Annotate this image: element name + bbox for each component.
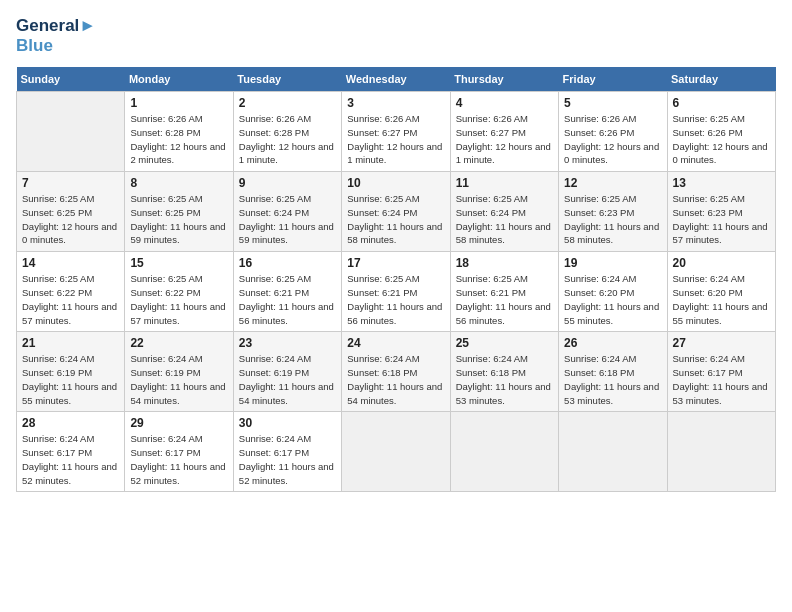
- day-info: Sunrise: 6:24 AMSunset: 6:20 PMDaylight:…: [673, 272, 770, 327]
- calendar-cell: [342, 412, 450, 492]
- calendar-cell: 29Sunrise: 6:24 AMSunset: 6:17 PMDayligh…: [125, 412, 233, 492]
- calendar-cell: 3Sunrise: 6:26 AMSunset: 6:27 PMDaylight…: [342, 92, 450, 172]
- calendar-cell: 28Sunrise: 6:24 AMSunset: 6:17 PMDayligh…: [17, 412, 125, 492]
- day-number: 21: [22, 336, 119, 350]
- calendar-cell: 19Sunrise: 6:24 AMSunset: 6:20 PMDayligh…: [559, 252, 667, 332]
- calendar-cell: 11Sunrise: 6:25 AMSunset: 6:24 PMDayligh…: [450, 172, 558, 252]
- calendar-cell: 5Sunrise: 6:26 AMSunset: 6:26 PMDaylight…: [559, 92, 667, 172]
- calendar-table: SundayMondayTuesdayWednesdayThursdayFrid…: [16, 67, 776, 492]
- calendar-cell: 13Sunrise: 6:25 AMSunset: 6:23 PMDayligh…: [667, 172, 775, 252]
- calendar-cell: 4Sunrise: 6:26 AMSunset: 6:27 PMDaylight…: [450, 92, 558, 172]
- day-info: Sunrise: 6:24 AMSunset: 6:19 PMDaylight:…: [130, 352, 227, 407]
- day-number: 16: [239, 256, 336, 270]
- day-info: Sunrise: 6:25 AMSunset: 6:25 PMDaylight:…: [130, 192, 227, 247]
- day-info: Sunrise: 6:24 AMSunset: 6:18 PMDaylight:…: [456, 352, 553, 407]
- day-number: 23: [239, 336, 336, 350]
- day-info: Sunrise: 6:24 AMSunset: 6:17 PMDaylight:…: [239, 432, 336, 487]
- logo-line1: General►: [16, 16, 96, 36]
- calendar-cell: [17, 92, 125, 172]
- day-info: Sunrise: 6:25 AMSunset: 6:24 PMDaylight:…: [347, 192, 444, 247]
- calendar-cell: 25Sunrise: 6:24 AMSunset: 6:18 PMDayligh…: [450, 332, 558, 412]
- calendar-cell: 15Sunrise: 6:25 AMSunset: 6:22 PMDayligh…: [125, 252, 233, 332]
- col-header-monday: Monday: [125, 67, 233, 92]
- calendar-cell: 26Sunrise: 6:24 AMSunset: 6:18 PMDayligh…: [559, 332, 667, 412]
- day-info: Sunrise: 6:24 AMSunset: 6:18 PMDaylight:…: [347, 352, 444, 407]
- day-number: 2: [239, 96, 336, 110]
- day-info: Sunrise: 6:26 AMSunset: 6:27 PMDaylight:…: [456, 112, 553, 167]
- day-info: Sunrise: 6:26 AMSunset: 6:27 PMDaylight:…: [347, 112, 444, 167]
- calendar-cell: 23Sunrise: 6:24 AMSunset: 6:19 PMDayligh…: [233, 332, 341, 412]
- day-info: Sunrise: 6:24 AMSunset: 6:17 PMDaylight:…: [22, 432, 119, 487]
- day-info: Sunrise: 6:24 AMSunset: 6:17 PMDaylight:…: [673, 352, 770, 407]
- calendar-cell: [450, 412, 558, 492]
- day-number: 11: [456, 176, 553, 190]
- day-info: Sunrise: 6:26 AMSunset: 6:26 PMDaylight:…: [564, 112, 661, 167]
- day-number: 24: [347, 336, 444, 350]
- day-number: 20: [673, 256, 770, 270]
- calendar-cell: 21Sunrise: 6:24 AMSunset: 6:19 PMDayligh…: [17, 332, 125, 412]
- col-header-tuesday: Tuesday: [233, 67, 341, 92]
- calendar-cell: 9Sunrise: 6:25 AMSunset: 6:24 PMDaylight…: [233, 172, 341, 252]
- day-number: 8: [130, 176, 227, 190]
- day-number: 27: [673, 336, 770, 350]
- logo: General► Blue: [16, 16, 96, 55]
- calendar-cell: 17Sunrise: 6:25 AMSunset: 6:21 PMDayligh…: [342, 252, 450, 332]
- calendar-cell: 10Sunrise: 6:25 AMSunset: 6:24 PMDayligh…: [342, 172, 450, 252]
- day-info: Sunrise: 6:25 AMSunset: 6:23 PMDaylight:…: [673, 192, 770, 247]
- col-header-thursday: Thursday: [450, 67, 558, 92]
- day-info: Sunrise: 6:25 AMSunset: 6:22 PMDaylight:…: [22, 272, 119, 327]
- day-info: Sunrise: 6:25 AMSunset: 6:24 PMDaylight:…: [456, 192, 553, 247]
- day-number: 14: [22, 256, 119, 270]
- calendar-cell: 24Sunrise: 6:24 AMSunset: 6:18 PMDayligh…: [342, 332, 450, 412]
- col-header-sunday: Sunday: [17, 67, 125, 92]
- day-number: 17: [347, 256, 444, 270]
- day-info: Sunrise: 6:25 AMSunset: 6:23 PMDaylight:…: [564, 192, 661, 247]
- day-info: Sunrise: 6:24 AMSunset: 6:19 PMDaylight:…: [22, 352, 119, 407]
- calendar-cell: 7Sunrise: 6:25 AMSunset: 6:25 PMDaylight…: [17, 172, 125, 252]
- day-number: 5: [564, 96, 661, 110]
- day-info: Sunrise: 6:25 AMSunset: 6:25 PMDaylight:…: [22, 192, 119, 247]
- calendar-cell: [667, 412, 775, 492]
- day-number: 26: [564, 336, 661, 350]
- day-info: Sunrise: 6:25 AMSunset: 6:26 PMDaylight:…: [673, 112, 770, 167]
- day-number: 12: [564, 176, 661, 190]
- day-info: Sunrise: 6:25 AMSunset: 6:22 PMDaylight:…: [130, 272, 227, 327]
- day-number: 29: [130, 416, 227, 430]
- calendar-cell: 30Sunrise: 6:24 AMSunset: 6:17 PMDayligh…: [233, 412, 341, 492]
- calendar-cell: 1Sunrise: 6:26 AMSunset: 6:28 PMDaylight…: [125, 92, 233, 172]
- day-info: Sunrise: 6:25 AMSunset: 6:24 PMDaylight:…: [239, 192, 336, 247]
- col-header-friday: Friday: [559, 67, 667, 92]
- day-number: 6: [673, 96, 770, 110]
- day-number: 25: [456, 336, 553, 350]
- calendar-cell: 27Sunrise: 6:24 AMSunset: 6:17 PMDayligh…: [667, 332, 775, 412]
- day-number: 9: [239, 176, 336, 190]
- calendar-cell: [559, 412, 667, 492]
- day-number: 1: [130, 96, 227, 110]
- logo-line2: Blue: [16, 36, 96, 56]
- day-info: Sunrise: 6:25 AMSunset: 6:21 PMDaylight:…: [456, 272, 553, 327]
- calendar-cell: 20Sunrise: 6:24 AMSunset: 6:20 PMDayligh…: [667, 252, 775, 332]
- day-number: 30: [239, 416, 336, 430]
- day-info: Sunrise: 6:24 AMSunset: 6:20 PMDaylight:…: [564, 272, 661, 327]
- day-number: 4: [456, 96, 553, 110]
- day-number: 13: [673, 176, 770, 190]
- day-info: Sunrise: 6:24 AMSunset: 6:17 PMDaylight:…: [130, 432, 227, 487]
- day-info: Sunrise: 6:26 AMSunset: 6:28 PMDaylight:…: [130, 112, 227, 167]
- day-number: 28: [22, 416, 119, 430]
- day-number: 15: [130, 256, 227, 270]
- day-info: Sunrise: 6:25 AMSunset: 6:21 PMDaylight:…: [347, 272, 444, 327]
- day-number: 19: [564, 256, 661, 270]
- calendar-cell: 12Sunrise: 6:25 AMSunset: 6:23 PMDayligh…: [559, 172, 667, 252]
- day-number: 18: [456, 256, 553, 270]
- calendar-cell: 16Sunrise: 6:25 AMSunset: 6:21 PMDayligh…: [233, 252, 341, 332]
- calendar-cell: 22Sunrise: 6:24 AMSunset: 6:19 PMDayligh…: [125, 332, 233, 412]
- day-number: 10: [347, 176, 444, 190]
- col-header-wednesday: Wednesday: [342, 67, 450, 92]
- calendar-cell: 14Sunrise: 6:25 AMSunset: 6:22 PMDayligh…: [17, 252, 125, 332]
- day-number: 3: [347, 96, 444, 110]
- day-number: 7: [22, 176, 119, 190]
- day-info: Sunrise: 6:24 AMSunset: 6:19 PMDaylight:…: [239, 352, 336, 407]
- day-info: Sunrise: 6:26 AMSunset: 6:28 PMDaylight:…: [239, 112, 336, 167]
- col-header-saturday: Saturday: [667, 67, 775, 92]
- calendar-cell: 8Sunrise: 6:25 AMSunset: 6:25 PMDaylight…: [125, 172, 233, 252]
